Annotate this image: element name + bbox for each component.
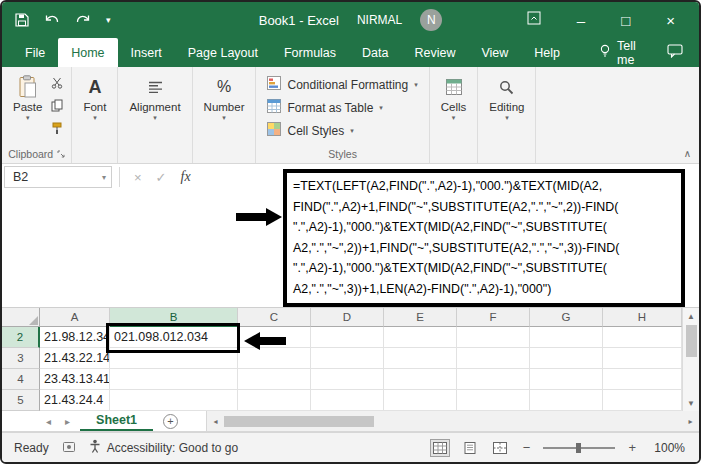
collapse-ribbon-icon[interactable]: ∧ bbox=[684, 148, 691, 159]
cell[interactable] bbox=[311, 327, 384, 348]
cell[interactable] bbox=[603, 348, 682, 369]
macro-record-icon[interactable] bbox=[63, 441, 75, 455]
maximize-button[interactable]: □ bbox=[621, 13, 630, 28]
number-button[interactable]: % Number ▾ bbox=[198, 70, 251, 123]
cell[interactable] bbox=[311, 390, 384, 411]
cell[interactable] bbox=[384, 390, 457, 411]
tab-review[interactable]: Review bbox=[401, 38, 468, 67]
clipboard-dialog-launcher-icon[interactable] bbox=[57, 148, 65, 160]
scroll-left-icon[interactable]: ◂ bbox=[207, 417, 224, 426]
horizontal-scroll-thumb[interactable] bbox=[224, 416, 374, 427]
cell[interactable] bbox=[384, 327, 457, 348]
select-all-corner[interactable] bbox=[2, 308, 40, 327]
cell[interactable] bbox=[457, 327, 530, 348]
column-header-H[interactable]: H bbox=[603, 308, 682, 327]
alignment-button[interactable]: Alignment ▾ bbox=[123, 70, 186, 123]
scroll-up-icon[interactable]: ▲ bbox=[683, 308, 699, 324]
tab-insert[interactable]: Insert bbox=[118, 38, 175, 67]
row-header-3[interactable]: 3 bbox=[2, 348, 40, 369]
conditional-formatting-button[interactable]: Conditional Formatting ▾ bbox=[267, 76, 417, 93]
row-header-4[interactable]: 4 bbox=[2, 369, 40, 390]
zoom-out-button[interactable]: − bbox=[520, 440, 534, 455]
cell[interactable] bbox=[603, 369, 682, 390]
insert-function-icon[interactable]: fx bbox=[174, 169, 198, 185]
font-button[interactable]: A Font ▾ bbox=[77, 70, 112, 123]
column-header-A[interactable]: A bbox=[40, 308, 110, 327]
accessibility-status[interactable]: Accessibility: Good to go bbox=[89, 439, 238, 456]
cell[interactable] bbox=[530, 327, 603, 348]
font-dropdown-icon[interactable]: ▾ bbox=[93, 113, 97, 123]
vertical-scrollbar[interactable]: ▲ ▼ bbox=[682, 308, 699, 411]
tab-view[interactable]: View bbox=[468, 38, 521, 67]
close-button[interactable]: × bbox=[666, 13, 675, 28]
row-header-5[interactable]: 5 bbox=[2, 390, 40, 411]
cell[interactable] bbox=[603, 390, 682, 411]
cells-button[interactable]: Cells ▾ bbox=[435, 70, 473, 123]
ribbon-display-options-icon[interactable] bbox=[527, 11, 541, 29]
paste-button[interactable]: Paste ▾ bbox=[7, 70, 48, 139]
column-header-B[interactable]: B bbox=[110, 308, 238, 327]
save-icon[interactable] bbox=[15, 13, 29, 27]
zoom-slider[interactable] bbox=[543, 447, 615, 449]
cell[interactable] bbox=[457, 348, 530, 369]
enter-icon[interactable]: ✓ bbox=[149, 170, 174, 185]
zoom-level[interactable]: 100% bbox=[649, 441, 685, 455]
column-header-C[interactable]: C bbox=[238, 308, 311, 327]
cell[interactable] bbox=[311, 348, 384, 369]
cell-A5[interactable]: 21.43.24.4 bbox=[40, 390, 110, 411]
page-layout-view-button[interactable] bbox=[460, 439, 480, 457]
cell[interactable] bbox=[238, 369, 311, 390]
alignment-dropdown-icon[interactable]: ▾ bbox=[153, 113, 157, 123]
copy-icon[interactable] bbox=[51, 98, 63, 116]
cell[interactable] bbox=[238, 390, 311, 411]
cell[interactable] bbox=[530, 390, 603, 411]
cell[interactable] bbox=[457, 369, 530, 390]
page-break-view-button[interactable] bbox=[490, 439, 510, 457]
name-box[interactable]: B2 ▾ bbox=[4, 166, 112, 188]
tab-sheet1[interactable]: Sheet1 bbox=[80, 411, 153, 431]
cell[interactable] bbox=[110, 348, 238, 369]
column-header-E[interactable]: E bbox=[384, 308, 457, 327]
normal-view-button[interactable] bbox=[430, 439, 450, 457]
cell-A3[interactable]: 21.43.22.14 bbox=[40, 348, 110, 369]
paste-dropdown-icon[interactable]: ▾ bbox=[26, 113, 30, 123]
undo-icon[interactable] bbox=[44, 14, 60, 26]
cells-dropdown-icon[interactable]: ▾ bbox=[452, 113, 456, 123]
cell[interactable] bbox=[384, 348, 457, 369]
cell-B2[interactable]: 021.098.012.034 bbox=[110, 327, 238, 348]
cell[interactable] bbox=[238, 348, 311, 369]
zoom-in-button[interactable]: + bbox=[625, 440, 639, 455]
add-sheet-button[interactable]: + bbox=[153, 411, 188, 431]
cell[interactable] bbox=[311, 369, 384, 390]
cell[interactable] bbox=[110, 369, 238, 390]
cut-icon[interactable] bbox=[51, 75, 63, 93]
avatar[interactable]: N bbox=[420, 9, 442, 31]
scroll-down-icon[interactable]: ▼ bbox=[683, 395, 699, 411]
sheet-nav-left-icon[interactable]: ◂ bbox=[46, 416, 51, 427]
tell-me[interactable]: Tell me bbox=[587, 38, 667, 67]
cell-styles-button[interactable]: Cell Styles ▾ bbox=[267, 122, 417, 139]
minimize-button[interactable]: – bbox=[577, 13, 585, 28]
tab-home[interactable]: Home bbox=[58, 38, 117, 67]
column-header-F[interactable]: F bbox=[457, 308, 530, 327]
sheet-nav-right-icon[interactable]: ▸ bbox=[65, 416, 70, 427]
cell[interactable] bbox=[384, 369, 457, 390]
editing-button[interactable]: Editing ▾ bbox=[483, 70, 530, 123]
tab-data[interactable]: Data bbox=[349, 38, 401, 67]
tab-formulas[interactable]: Formulas bbox=[271, 38, 349, 67]
customize-qat-icon[interactable]: ▾ bbox=[106, 15, 111, 25]
format-as-table-button[interactable]: Format as Table ▾ bbox=[267, 99, 417, 116]
zoom-slider-thumb[interactable] bbox=[576, 443, 581, 453]
vertical-scroll-thumb[interactable] bbox=[686, 325, 697, 357]
horizontal-scrollbar[interactable]: ◂ ▸ bbox=[206, 411, 699, 431]
row-header-2[interactable]: 2 bbox=[2, 327, 40, 348]
cancel-icon[interactable]: × bbox=[127, 170, 149, 185]
name-box-dropdown-icon[interactable]: ▾ bbox=[102, 173, 111, 182]
cell[interactable] bbox=[530, 369, 603, 390]
cell[interactable] bbox=[110, 390, 238, 411]
cell-A2[interactable]: 21.98.12.34 bbox=[40, 327, 110, 348]
editing-dropdown-icon[interactable]: ▾ bbox=[505, 113, 509, 123]
tab-help[interactable]: Help bbox=[521, 38, 573, 67]
column-header-D[interactable]: D bbox=[311, 308, 384, 327]
tab-page-layout[interactable]: Page Layout bbox=[175, 38, 271, 67]
